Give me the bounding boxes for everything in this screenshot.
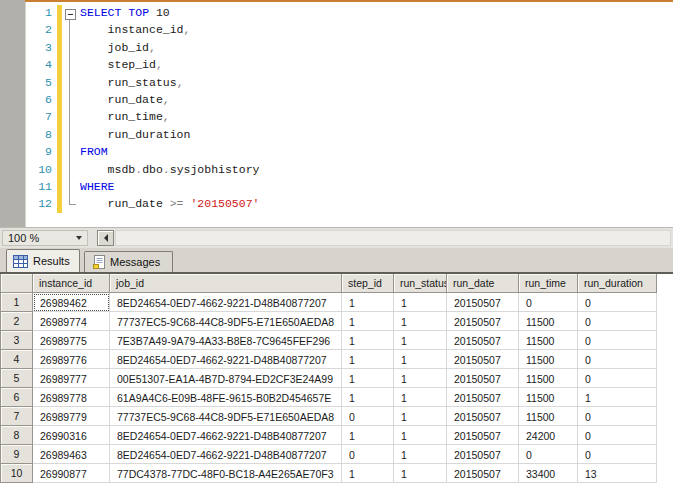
grid-corner-header[interactable] (0, 274, 33, 293)
column-header-run_duration[interactable]: run_duration (578, 274, 657, 293)
row-header[interactable]: 7 (0, 407, 33, 426)
row-header[interactable]: 8 (0, 426, 33, 445)
row-header[interactable]: 3 (0, 331, 33, 350)
grid-cell[interactable]: 77737EC5-9C68-44C8-9DF5-E71E650AEDA8 (110, 407, 342, 426)
results-grid[interactable]: instance_idjob_idstep_idrun_statusrun_da… (0, 274, 673, 483)
grid-cell[interactable]: 20150507 (447, 350, 519, 369)
grid-cell[interactable]: 11500 (519, 312, 578, 331)
grid-cell[interactable]: 20150507 (447, 331, 519, 350)
column-header-step_id[interactable]: step_id (342, 274, 394, 293)
grid-cell[interactable]: 8ED24654-0ED7-4662-9221-D48B40877207 (110, 350, 342, 369)
grid-cell[interactable]: 11500 (519, 350, 578, 369)
grid-cell[interactable]: 0 (342, 445, 394, 464)
grid-cell[interactable]: 20150507 (447, 445, 519, 464)
grid-cell[interactable]: 24200 (519, 426, 578, 445)
grid-cell[interactable]: 11500 (519, 331, 578, 350)
row-header[interactable]: 4 (0, 350, 33, 369)
grid-cell[interactable]: 13 (578, 464, 657, 483)
grid-cell[interactable]: 20150507 (447, 369, 519, 388)
tab-messages[interactable]: Messages (84, 251, 173, 272)
grid-cell[interactable]: 1 (394, 407, 447, 426)
grid-cell[interactable]: 11500 (519, 407, 578, 426)
grid-cell[interactable]: 11500 (519, 388, 578, 407)
grid-cell[interactable]: 26989779 (33, 407, 110, 426)
grid-cell[interactable]: 8ED24654-0ED7-4662-9221-D48B40877207 (110, 445, 342, 464)
row-header[interactable]: 2 (0, 312, 33, 331)
grid-cell[interactable]: 26989778 (33, 388, 110, 407)
grid-cell[interactable]: 1 (342, 464, 394, 483)
code-lines[interactable]: SELECT TOP 10 instance_id, job_id, step_… (80, 4, 259, 213)
grid-cell[interactable]: 1 (342, 426, 394, 445)
line-number[interactable]: 5 (26, 74, 54, 91)
row-header[interactable]: 9 (0, 445, 33, 464)
column-header-job_id[interactable]: job_id (110, 274, 342, 293)
line-number[interactable]: 2 (26, 21, 54, 38)
line-number[interactable]: 8 (26, 126, 54, 143)
grid-cell[interactable]: 26989774 (33, 312, 110, 331)
line-number[interactable]: 11 (26, 178, 54, 195)
grid-cell[interactable]: 00E51307-EA1A-4B7D-8794-ED2CF3E24A99 (110, 369, 342, 388)
grid-cell[interactable]: 0 (578, 369, 657, 388)
grid-cell[interactable]: 20150507 (447, 312, 519, 331)
tab-results[interactable]: Results (6, 249, 80, 272)
grid-cell[interactable]: 26990877 (33, 464, 110, 483)
grid-cell[interactable]: 0 (578, 350, 657, 369)
row-header[interactable]: 6 (0, 388, 33, 407)
horizontal-scrollbar[interactable] (115, 230, 671, 246)
grid-cell[interactable]: 0 (578, 331, 657, 350)
grid-cell[interactable]: 77737EC5-9C68-44C8-9DF5-E71E650AEDA8 (110, 312, 342, 331)
grid-cell[interactable]: 0 (578, 445, 657, 464)
grid-cell[interactable]: 1 (342, 312, 394, 331)
grid-cell[interactable]: 1 (394, 331, 447, 350)
column-header-run_time[interactable]: run_time (519, 274, 578, 293)
grid-cell[interactable]: 26989462 (33, 293, 110, 312)
grid-cell[interactable]: 1 (342, 293, 394, 312)
grid-cell[interactable]: 0 (578, 426, 657, 445)
grid-cell[interactable]: 1 (394, 369, 447, 388)
grid-cell[interactable]: 61A9A4C6-E09B-48FE-9615-B0B2D454657E (110, 388, 342, 407)
row-header[interactable]: 10 (0, 464, 33, 483)
row-header[interactable]: 5 (0, 369, 33, 388)
grid-cell[interactable]: 20150507 (447, 464, 519, 483)
grid-cell[interactable]: 1 (394, 293, 447, 312)
line-number[interactable]: 9 (26, 143, 54, 160)
grid-cell[interactable]: 0 (519, 445, 578, 464)
column-header-run_date[interactable]: run_date (447, 274, 519, 293)
zoom-level-select[interactable]: 100 % (2, 230, 88, 246)
line-number[interactable]: 3 (26, 39, 54, 56)
column-header-run_status[interactable]: run_status (394, 274, 447, 293)
row-header[interactable]: 1 (0, 293, 33, 312)
line-number[interactable]: 12 (26, 195, 54, 212)
grid-cell[interactable]: 8ED24654-0ED7-4662-9221-D48B40877207 (110, 293, 342, 312)
grid-cell[interactable]: 26989775 (33, 331, 110, 350)
grid-cell[interactable]: 1 (342, 331, 394, 350)
grid-cell[interactable]: 1 (394, 312, 447, 331)
grid-cell[interactable]: 1 (342, 369, 394, 388)
grid-cell[interactable]: 26989776 (33, 350, 110, 369)
grid-cell[interactable]: 1 (578, 388, 657, 407)
collapse-region-icon[interactable] (65, 9, 76, 20)
grid-cell[interactable]: 7E3B7A49-9A79-4A33-B8E8-7C9645FEF296 (110, 331, 342, 350)
grid-cell[interactable]: 0 (578, 407, 657, 426)
grid-cell[interactable]: 1 (394, 445, 447, 464)
line-number[interactable]: 1 (26, 4, 54, 21)
grid-cell[interactable]: 0 (578, 293, 657, 312)
grid-cell[interactable]: 20150507 (447, 426, 519, 445)
grid-cell[interactable]: 11500 (519, 369, 578, 388)
grid-cell[interactable]: 20150507 (447, 407, 519, 426)
grid-cell[interactable]: 1 (394, 350, 447, 369)
line-number[interactable]: 7 (26, 108, 54, 125)
query-editor[interactable]: 123456789101112 SELECT TOP 10 instance_i… (0, 0, 673, 227)
grid-cell[interactable]: 1 (394, 464, 447, 483)
grid-cell[interactable]: 0 (519, 293, 578, 312)
grid-cell[interactable]: 26989463 (33, 445, 110, 464)
grid-cell[interactable]: 8ED24654-0ED7-4662-9221-D48B40877207 (110, 426, 342, 445)
grid-cell[interactable]: 26989777 (33, 369, 110, 388)
line-number[interactable]: 10 (26, 161, 54, 178)
grid-cell[interactable]: 1 (394, 426, 447, 445)
grid-cell[interactable]: 1 (342, 350, 394, 369)
grid-cell[interactable]: 0 (578, 312, 657, 331)
grid-cell[interactable]: 1 (342, 388, 394, 407)
column-header-instance_id[interactable]: instance_id (33, 274, 110, 293)
grid-cell[interactable]: 0 (342, 407, 394, 426)
